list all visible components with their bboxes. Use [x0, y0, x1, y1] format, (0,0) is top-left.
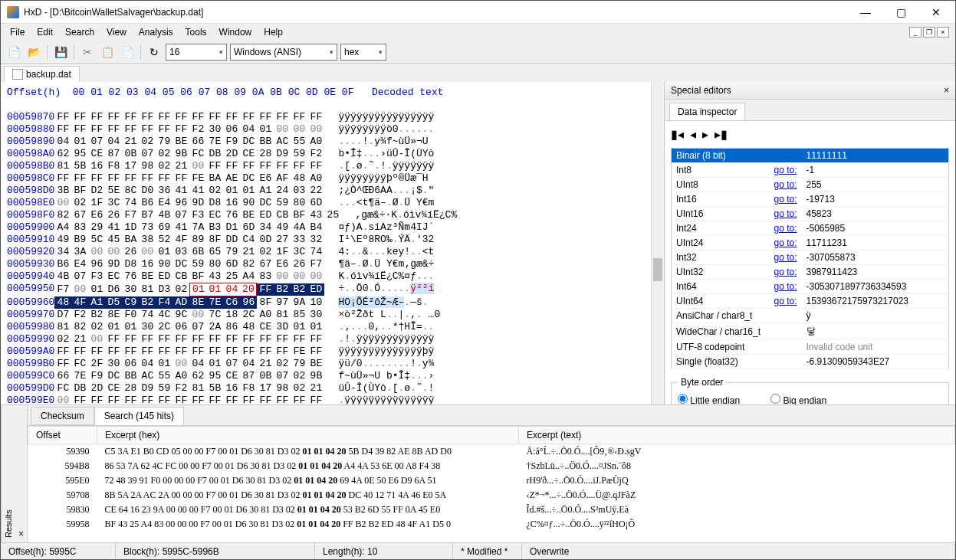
file-tabbar: backup.dat [1, 64, 955, 82]
goto-link[interactable]: go to: [774, 208, 797, 219]
menu-search[interactable]: Search [59, 25, 100, 39]
open-button[interactable]: 📂 [25, 44, 42, 61]
byte-order-group: Byte order Little endian Big endian [671, 377, 949, 404]
nav-first-icon[interactable]: ▮◂ [671, 127, 684, 142]
data-inspector-table[interactable]: Binair (8 bit)11111111Int8go to:-1UInt8g… [671, 148, 949, 369]
status-mode: Overwrite [522, 543, 955, 559]
results-close-icon[interactable]: × [15, 405, 28, 542]
di-row[interactable]: Int8go to:-1 [672, 163, 949, 178]
goto-link[interactable]: go to: [774, 281, 797, 292]
di-row[interactable]: UInt64go to:15393672175973217023 [672, 294, 949, 309]
toolbar: 📄 📂 💾 ✂ 📋 📄 ↻ 16▾ Windows (ANSI)▾ hex▾ [1, 41, 955, 64]
app-icon [7, 6, 19, 18]
di-row[interactable]: UInt24go to:11711231 [672, 236, 949, 251]
menu-analysis[interactable]: Analysis [133, 25, 179, 39]
search-results-grid[interactable]: OffsetExcerpt (hex)Excerpt (text)59390C5… [28, 425, 955, 542]
paste-button[interactable]: 📄 [119, 44, 136, 61]
menu-view[interactable]: View [100, 25, 133, 39]
cut-button[interactable]: ✂ [79, 44, 96, 61]
minimize-button[interactable]: — [848, 1, 883, 24]
little-endian-radio[interactable]: Little endian [678, 394, 740, 404]
copy-button[interactable]: 📋 [99, 44, 116, 61]
goto-link[interactable]: go to: [774, 267, 797, 277]
maximize-button[interactable]: ▢ [883, 1, 918, 24]
goto-link[interactable]: go to: [774, 223, 797, 234]
di-row[interactable]: Single (float32)-6.91309059343E27 [672, 355, 949, 369]
result-row[interactable]: 597088B 5A 2A AC 2A 00 00 00 F7 00 01 D6… [28, 488, 955, 503]
di-row[interactable]: AnsiChar / char8_tÿ [672, 309, 949, 323]
titlebar: HxD - [D:\BitcoinWalletSalvager\backup.d… [1, 1, 955, 24]
di-row[interactable]: Int16go to:-19713 [672, 192, 949, 207]
hex-editor[interactable]: Offset(h) 00 01 02 03 04 05 06 07 08 09 … [1, 82, 651, 404]
file-icon [12, 69, 23, 80]
mdi-restore-button[interactable]: ❐ [923, 27, 935, 38]
menu-edit[interactable]: Edit [31, 25, 59, 39]
bottom-tab[interactable]: Checksum [31, 407, 94, 425]
result-row[interactable]: 595E072 48 39 91 F0 00 00 00 F7 00 01 D6… [28, 473, 955, 488]
di-row[interactable]: WideChar / char16_t닿 [672, 323, 949, 340]
goto-link[interactable]: go to: [774, 179, 797, 190]
result-row[interactable]: 59390C5 3A E1 B0 CD 05 00 00 F7 00 01 D6… [28, 444, 955, 460]
di-row[interactable]: UTF-8 codepointInvalid code unit [672, 340, 949, 355]
goto-link[interactable]: go to: [774, 237, 797, 248]
menu-help[interactable]: Help [258, 25, 289, 39]
side-panel: Special editors × Data inspector ▮◂ ◂ ▸ … [664, 82, 955, 404]
file-tab[interactable]: backup.dat [4, 66, 80, 82]
base-combo[interactable]: hex▾ [340, 44, 386, 61]
di-row[interactable]: Binair (8 bit)11111111 [672, 149, 949, 163]
file-tab-label: backup.dat [26, 69, 71, 80]
tab-data-inspector[interactable]: Data inspector [669, 103, 745, 120]
byte-order-legend: Byte order [678, 377, 726, 388]
big-endian-radio[interactable]: Big endian [770, 394, 826, 404]
status-offset: Offset(h): 5995C [1, 543, 116, 559]
di-row[interactable]: Int64go to:-3053071897736334593 [672, 280, 949, 294]
mdi-minimize-button[interactable]: _ [909, 27, 922, 38]
result-row[interactable]: 594B886 53 7A 62 4C FC 00 00 F7 00 01 D6… [28, 459, 955, 473]
menu-tools[interactable]: Tools [179, 25, 213, 39]
charset-combo[interactable]: Windows (ANSI)▾ [230, 44, 337, 61]
side-panel-close-icon[interactable]: × [944, 85, 949, 96]
mdi-close-button[interactable]: × [937, 27, 949, 38]
status-modified: * Modified * [453, 543, 522, 559]
di-row[interactable]: Int32go to:-307055873 [672, 251, 949, 265]
di-row[interactable]: UInt32go to:3987911423 [672, 265, 949, 280]
statusbar: Offset(h): 5995C Block(h): 5995C-5996B L… [1, 542, 955, 559]
side-panel-title: Special editors [671, 85, 731, 96]
goto-link[interactable]: go to: [774, 194, 797, 205]
goto-link[interactable]: go to: [774, 296, 797, 306]
window-title: HxD - [D:\BitcoinWalletSalvager\backup.d… [24, 7, 848, 18]
di-row[interactable]: Int24go to:-5065985 [672, 221, 949, 236]
refresh-button[interactable]: ↻ [146, 44, 163, 61]
close-button[interactable]: ✕ [918, 1, 954, 24]
di-row[interactable]: UInt16go to:45823 [672, 207, 949, 221]
menu-file[interactable]: File [4, 25, 31, 39]
result-row[interactable]: 59830CE 64 16 23 9A 00 00 00 F7 00 01 D6… [28, 503, 955, 517]
status-length: Length(h): 10 [315, 543, 453, 559]
goto-link[interactable]: go to: [774, 252, 797, 263]
new-button[interactable]: 📄 [5, 44, 22, 61]
status-block: Block(h): 5995C-5996B [116, 543, 315, 559]
nav-next-icon[interactable]: ▸ [702, 127, 708, 142]
goto-link[interactable]: go to: [774, 165, 797, 175]
nav-last-icon[interactable]: ▸▮ [715, 127, 728, 142]
results-vertical-tab[interactable]: Results [1, 405, 15, 542]
di-row[interactable]: UInt8go to:255 [672, 178, 949, 192]
result-row[interactable]: 59958BF 43 25 A4 83 00 00 00 F7 00 01 D6… [28, 517, 955, 532]
save-button[interactable]: 💾 [52, 44, 69, 61]
bottom-tab[interactable]: Search (145 hits) [94, 407, 184, 425]
bytes-per-row-combo[interactable]: 16▾ [166, 44, 227, 61]
menubar: FileEditSearchViewAnalysisToolsWindowHel… [1, 24, 955, 41]
vertical-scrollbar[interactable] [651, 82, 664, 404]
nav-prev-icon[interactable]: ◂ [690, 127, 696, 142]
menu-window[interactable]: Window [213, 25, 258, 39]
